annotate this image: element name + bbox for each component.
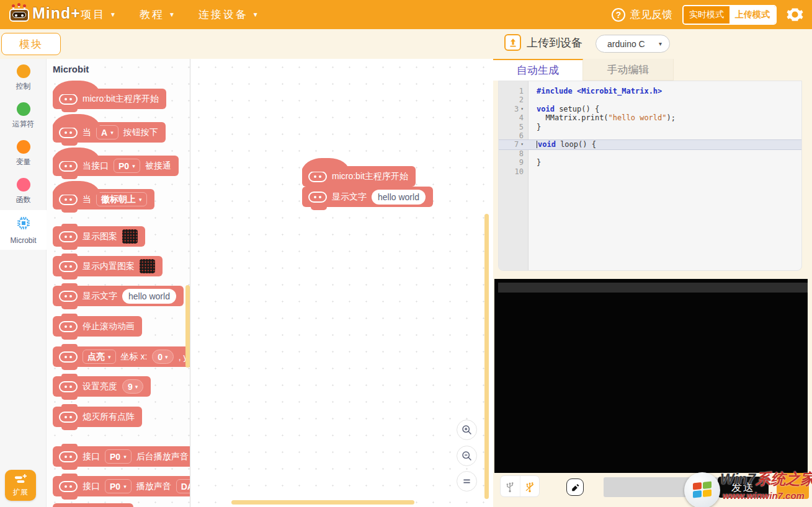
send-button[interactable] <box>777 473 809 499</box>
canvas-vertical-scrollbar[interactable] <box>484 214 489 499</box>
block-palette: Microbit micro:bit主程序开始当A▾按钮按下当接口P0▾被接通当… <box>47 59 190 507</box>
chevron-down-icon: ▾ <box>659 40 662 47</box>
block-clear-matrix[interactable]: 熄灭所有点阵 <box>53 407 142 427</box>
canvas-horizontal-scrollbar[interactable] <box>231 500 414 505</box>
block-label: micro:bit主程序开始 <box>83 94 159 105</box>
sidebar-item-运算符[interactable]: 运算符 <box>0 97 47 134</box>
line-number: 2 <box>499 95 529 104</box>
led-matrix-icon[interactable] <box>122 229 138 244</box>
code-text <box>529 131 537 140</box>
block-dropdown[interactable]: P0▾ <box>105 479 132 493</box>
code-line-4: 4 MMatrix.print("hello world"); <box>499 113 801 122</box>
block-value-dropdown[interactable]: 9▾ <box>122 379 143 394</box>
sidebar-item-变量[interactable]: 变量 <box>0 134 47 172</box>
category-label: 运算符 <box>12 119 35 130</box>
serial-monitor-row <box>498 283 808 293</box>
block-label: 被接通 <box>145 161 171 172</box>
block-set-pixel[interactable]: 点亮▾坐标 x:0▾, y:0▾ <box>53 346 190 367</box>
tab-auto-generate[interactable]: 自动生成 <box>493 59 583 81</box>
send-tooltip: 发送 <box>718 477 769 498</box>
upload-mode-button[interactable]: 上传模式 <box>729 6 775 24</box>
microbit-face-icon <box>59 321 78 332</box>
block-text-input[interactable]: hello world <box>122 289 176 304</box>
zoom-reset-button[interactable] <box>457 471 477 492</box>
settings-gear-icon[interactable] <box>787 6 803 23</box>
serial-connection-group <box>500 475 540 497</box>
tab-manual-edit[interactable]: 手动编辑 <box>583 59 674 81</box>
upload-to-device-label: 上传到设备 <box>527 35 582 50</box>
workspace-canvas[interactable]: micro:bit主程序开始显示文字hello world <box>190 59 493 507</box>
chip-icon <box>16 216 31 233</box>
sidebar-item-Microbit[interactable]: Microbit <box>0 210 47 250</box>
block-value-dropdown[interactable]: 0▾ <box>152 350 173 364</box>
feedback-button[interactable]: ? 意见反馈 <box>612 7 672 22</box>
zoom-out-button[interactable] <box>457 446 477 466</box>
language-select[interactable]: arduino C ▾ <box>596 35 670 53</box>
code-editor[interactable]: 1#include <Microbit_Matrix.h>23▾void set… <box>498 81 802 271</box>
realtime-mode-button[interactable]: 实时模式 <box>684 6 729 24</box>
block-partially-visible[interactable] <box>53 503 133 507</box>
block-label: 显示文字 <box>83 291 117 302</box>
led-matrix-icon[interactable] <box>140 259 155 273</box>
line-number: 4 <box>499 113 529 122</box>
serial-toolbar: 发送 <box>493 473 812 507</box>
block-on-pin[interactable]: 当接口P0▾被接通 <box>53 156 179 176</box>
block-on-button[interactable]: 当A▾按钮按下 <box>53 122 166 143</box>
block-play-sound[interactable]: 接口P0▾播放声音DADA▾ <box>53 476 190 496</box>
block-text-input[interactable]: hello world <box>372 190 426 205</box>
code-line-9: 9} <box>499 158 801 167</box>
category-color-dot <box>17 102 30 116</box>
block-show-pattern[interactable]: 显示图案 <box>53 226 145 247</box>
modules-tab-button[interactable]: 模块 <box>1 33 61 55</box>
code-text <box>529 95 537 104</box>
menu-连接设备[interactable]: 连接设备▼ <box>199 7 259 22</box>
sidebar-item-控制[interactable]: 控制 <box>0 59 47 97</box>
usb-disconnected-icon[interactable] <box>501 476 520 496</box>
block-label: 显示图案 <box>83 231 117 242</box>
clear-output-button[interactable] <box>566 478 584 496</box>
block-dropdown[interactable]: P0▾ <box>105 449 132 464</box>
sidebar-item-函数[interactable]: 函数 <box>0 172 47 210</box>
line-number: 5 <box>499 123 529 131</box>
microbit-face-icon <box>59 351 78 363</box>
block-label: 当接口 <box>83 161 109 172</box>
block-dropdown[interactable]: DADA▾ <box>176 479 190 493</box>
block-dropdown[interactable]: P0▾ <box>114 159 140 173</box>
palette-scrollbar[interactable] <box>185 285 190 368</box>
category-sidebar: 控制运算符变量函数Microbit 扩展 <box>0 59 47 507</box>
usb-connect-icon[interactable] <box>520 476 539 496</box>
microbit-face-icon <box>59 481 78 492</box>
code-text <box>529 167 537 176</box>
microbit-face-icon <box>59 261 78 272</box>
code-text: void loop() { <box>529 140 596 149</box>
category-color-dot <box>17 140 30 154</box>
block-on-gesture[interactable]: 当徽标朝上▾ <box>53 189 154 209</box>
block-show-builtin[interactable]: 显示内置图案 <box>53 256 163 276</box>
code-line-7: 7▾void loop() { <box>499 140 801 149</box>
block-main-start[interactable]: micro:bit主程序开始 <box>53 89 166 109</box>
zoom-in-button[interactable] <box>457 420 477 440</box>
code-text: #include <Microbit_Matrix.h> <box>529 87 662 95</box>
category-label: 控制 <box>16 81 31 92</box>
block-dropdown[interactable]: 徽标朝上▾ <box>96 192 147 206</box>
text-cursor <box>537 141 537 148</box>
block-label: 当 <box>83 194 91 205</box>
block-label: 设置亮度 <box>83 381 117 392</box>
block-label: 接口 <box>83 481 100 492</box>
fold-arrow-icon[interactable]: ▾ <box>520 105 524 113</box>
extension-button[interactable]: 扩展 <box>5 470 36 501</box>
block-dropdown[interactable]: 点亮▾ <box>83 350 116 364</box>
block-show-text[interactable]: 显示文字hello world <box>302 187 433 207</box>
language-selected-value: arduino C <box>607 39 645 49</box>
block-stop-scroll[interactable]: 停止滚动动画 <box>53 316 142 337</box>
block-set-brightness[interactable]: 设置亮度9▾ <box>53 376 151 397</box>
upload-to-device-button[interactable]: 上传到设备 <box>504 34 582 51</box>
menu-项目[interactable]: 项目▼ <box>81 7 116 22</box>
block-dropdown[interactable]: A▾ <box>96 125 118 139</box>
block-bg-play-sound[interactable]: 接口P0▾后台播放声音DADA▾ <box>53 446 190 467</box>
block-show-text[interactable]: 显示文字hello world <box>53 286 184 306</box>
menu-教程[interactable]: 教程▼ <box>140 7 175 22</box>
code-text: void setup() { <box>529 105 599 113</box>
microbit-face-icon <box>59 231 78 242</box>
fold-arrow-icon[interactable]: ▾ <box>520 140 524 149</box>
